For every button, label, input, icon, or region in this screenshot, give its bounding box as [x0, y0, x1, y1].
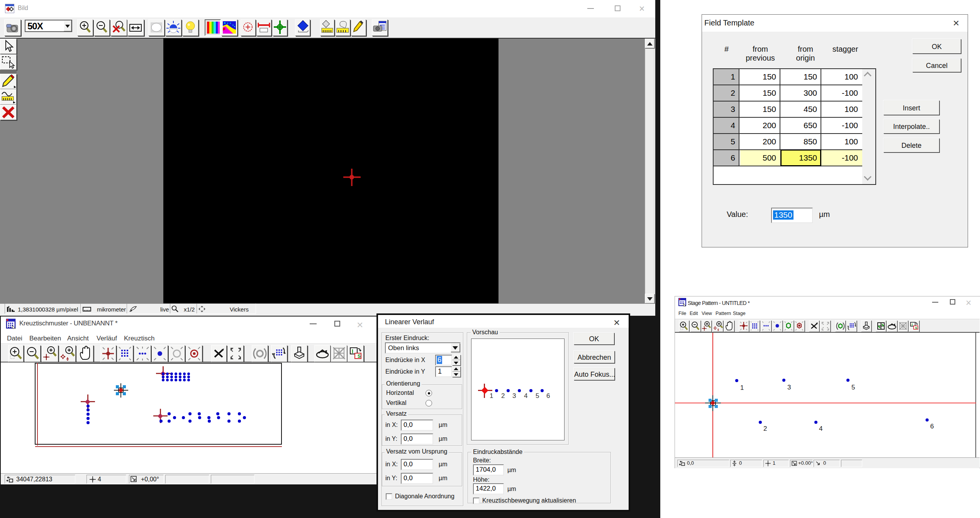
svg-text:I: I	[912, 323, 913, 327]
svg-text:I: I	[352, 348, 353, 354]
svg-text:S: S	[358, 354, 361, 359]
svg-text:S: S	[915, 326, 917, 330]
